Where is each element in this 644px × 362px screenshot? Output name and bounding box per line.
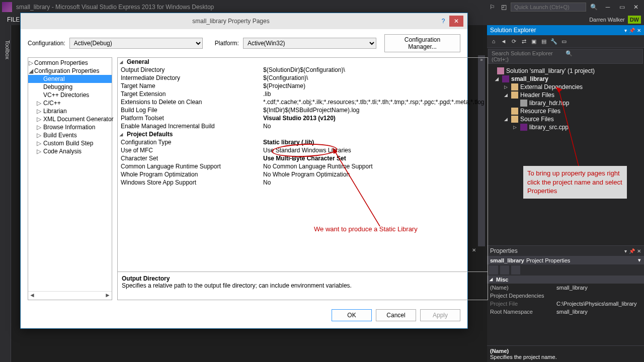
solution-explorer-panel: Solution Explorer ▾ 📌 ✕ ⌂ ◄ ⟳ ⇄ ▣ ▤ 🔧 ▭ … (487, 25, 644, 245)
row-target-ext: Target Extension.lib (118, 90, 488, 98)
tree-xml-docgen[interactable]: ▷XML Document Generator (28, 115, 112, 123)
dialog-close-icon[interactable]: ✕ (449, 16, 463, 27)
dialog-titlebar: small_library Property Pages ? ✕ (21, 13, 467, 29)
property-grid-pane: General Output Directory$(SolutionDir)$(… (117, 57, 488, 300)
feedback-icon[interactable]: ◰ (501, 4, 507, 11)
preview-icon[interactable]: ▭ (559, 37, 569, 46)
dialog-help-icon[interactable]: ? (437, 18, 449, 25)
ok-button[interactable]: OK (332, 309, 372, 321)
prop-rootns: Root Namespacesmall_library (487, 308, 644, 316)
cancel-button[interactable]: Cancel (376, 309, 416, 321)
solution-search-placeholder: Search Solution Explorer (Ctrl+;) (492, 50, 566, 62)
panel-pin-icon[interactable]: 📌 (629, 248, 635, 254)
maximize-button[interactable]: ▭ (616, 2, 628, 12)
sync-icon[interactable]: ⇄ (519, 37, 528, 46)
solution-toolbar: ⌂ ◄ ⟳ ⇄ ▣ ▤ 🔧 ▭ (487, 35, 644, 48)
configuration-manager-button[interactable]: Configuration Manager... (384, 34, 460, 52)
prop-file: Project FileC:\Projects\Physics\small_li… (487, 300, 644, 308)
prop-deps: Project Dependencies (487, 292, 644, 300)
row-inter-dir: Intermediate Directory$(Configuration)\ (118, 74, 488, 82)
panel-pin-icon[interactable]: 📌 (629, 28, 635, 33)
refresh-icon[interactable]: ⟳ (509, 37, 518, 46)
home-icon[interactable]: ⌂ (489, 37, 498, 46)
platform-select[interactable]: Active(Win32) (243, 38, 376, 49)
row-clr: Common Language Runtime SupportNo Common… (118, 162, 488, 170)
header-files-node[interactable]: ◢Header Files (488, 91, 643, 99)
titlebar: small_library - Microsoft Visual Studio … (0, 0, 644, 14)
user-name: Darren Walker (589, 17, 625, 23)
row-build-log: Build Log File$(IntDir)$(MSBuildProjectN… (118, 106, 488, 114)
solution-search[interactable]: Search Solution Explorer (Ctrl+;) 🔍 (488, 49, 643, 64)
solution-root[interactable]: Solution 'small_library' (1 project) (488, 67, 643, 75)
show-all-icon[interactable]: ▣ (529, 37, 538, 46)
file-library-hdr[interactable]: library_hdr.hpp (488, 99, 643, 107)
project-node[interactable]: ◢small_library (488, 75, 643, 83)
properties-description: (Name) Specifies the project name. (487, 345, 644, 362)
minimize-button[interactable]: ─ (602, 2, 614, 12)
back-icon[interactable]: ◄ (499, 37, 508, 46)
tree-scroll-left[interactable]: ◄ (29, 292, 35, 299)
properties-toolbar (487, 264, 644, 276)
row-ext-delete: Extensions to Delete on Clean*.cdf;*.cac… (118, 98, 488, 106)
panel-dropdown-icon[interactable]: ▾ (624, 28, 627, 33)
tree-librarian[interactable]: ▷Librarian (28, 107, 112, 115)
source-files-node[interactable]: ◢Source Files (488, 115, 643, 123)
annotation-right-click: To bring up property pages right click t… (523, 166, 627, 199)
row-win-store: Windows Store App SupportNo (118, 178, 488, 187)
misc-category[interactable]: Misc (487, 276, 644, 284)
cat-general[interactable]: General (118, 58, 488, 66)
resource-files-node[interactable]: Resource Files (488, 107, 643, 115)
prop-name: (Name)small_library (487, 284, 644, 292)
row-output-dir: Output Directory$(SolutionDir)$(Configur… (118, 66, 488, 74)
tree-build-events[interactable]: ▷Build Events (28, 131, 112, 139)
tree-cc[interactable]: ▷C/C++ (28, 99, 112, 107)
signed-in-user[interactable]: Darren Walker DW (589, 16, 641, 24)
row-wpo: Whole Program OptimizationNo Whole Progr… (118, 170, 488, 178)
row-incremental: Enable Managed Incremental BuildNo (118, 122, 488, 130)
search-icon[interactable]: 🔍 (590, 4, 598, 11)
properties-panel: Properties ▾ 📌 ✕ small_library Project P… (487, 245, 644, 362)
properties-grid: Misc (Name)small_library Project Depende… (487, 276, 644, 316)
row-platform-toolset: Platform ToolsetVisual Studio 2013 (v120… (118, 114, 488, 122)
categorized-icon[interactable] (489, 265, 498, 275)
external-deps-node[interactable]: ▷External Dependencies (488, 83, 643, 91)
platform-label: Platform: (215, 40, 239, 47)
tree-vcpp-dirs[interactable]: VC++ Directories (28, 91, 112, 99)
quick-launch-input[interactable] (511, 3, 586, 12)
toolbox-rail[interactable]: Toolbox (0, 25, 11, 362)
tree-config-properties[interactable]: ◢Configuration Properties (28, 67, 112, 75)
dialog-title: small_library Property Pages (25, 18, 437, 25)
search-glass-icon: 🔍 (566, 50, 639, 62)
tree-custom-build[interactable]: ▷Custom Build Step (28, 139, 112, 147)
cat-project-defaults[interactable]: Project Defaults (118, 130, 488, 138)
panel-close-icon[interactable]: ✕ (637, 248, 641, 254)
tree-browse-info[interactable]: ▷Browse Information (28, 123, 112, 131)
properties-header: Properties ▾ 📌 ✕ (487, 246, 644, 256)
tree-general[interactable]: General (28, 75, 112, 83)
collapse-icon[interactable]: ▤ (539, 37, 548, 46)
tree-common-properties[interactable]: ▷Common Properties (28, 59, 112, 67)
solution-tree: Solution 'small_library' (1 project) ◢sm… (487, 65, 644, 133)
notification-flag-icon[interactable]: ⚐ (490, 4, 495, 11)
tree-debugging[interactable]: Debugging (28, 83, 112, 91)
file-library-src[interactable]: ▷library_src.cpp (488, 123, 643, 131)
category-tree: ▷Common Properties ◢Configuration Proper… (28, 57, 112, 300)
vs-logo-icon (2, 2, 12, 12)
user-badge: DW (628, 16, 641, 24)
alphabetical-icon[interactable] (500, 265, 509, 275)
properties-icon[interactable]: 🔧 (549, 37, 558, 46)
dialog-toolbar: Configuration: Active(Debug) Platform: A… (21, 29, 467, 57)
configuration-select[interactable]: Active(Debug) (69, 38, 203, 49)
panel-dropdown-icon[interactable]: ▾ (624, 248, 627, 254)
tree-code-analysis[interactable]: ▷Code Analysis (28, 147, 112, 155)
property-description: Output Directory Specifies a relative pa… (118, 272, 488, 300)
close-button[interactable]: ✕ (630, 2, 642, 12)
window-title: small_library - Microsoft Visual Studio … (16, 4, 488, 11)
panel-close-icon[interactable]: ✕ (637, 28, 641, 33)
solution-explorer-header: Solution Explorer ▾ 📌 ✕ (487, 25, 644, 35)
properties-subheader[interactable]: small_library Project Properties ▾ (487, 256, 644, 264)
configuration-label: Configuration: (28, 40, 65, 47)
tree-scroll-right[interactable]: ► (105, 292, 111, 299)
apply-button[interactable]: Apply (420, 309, 460, 321)
prop-pages-icon[interactable] (511, 265, 520, 275)
